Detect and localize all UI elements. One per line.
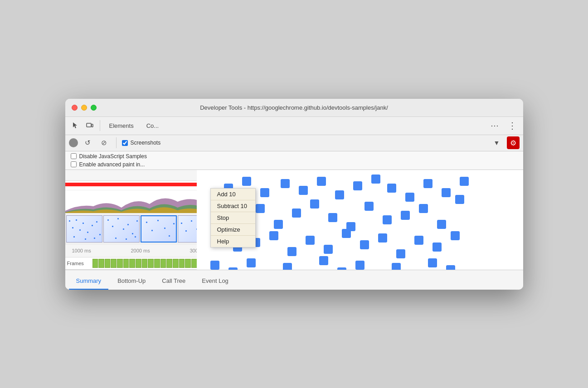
ruler-2000: 2000 ms — [131, 248, 150, 253]
blue-square-12 — [442, 188, 451, 197]
svg-rect-0 — [87, 123, 91, 127]
title-bar: Developer Tools - https://googlechrome.g… — [65, 99, 523, 117]
blue-square-54 — [428, 258, 437, 267]
minimize-button[interactable] — [81, 105, 87, 111]
blue-square-24 — [401, 211, 410, 220]
context-menu-help[interactable]: Help — [211, 236, 255, 247]
frame-cell[interactable] — [98, 259, 104, 268]
customize-devtools-button[interactable]: ⋮ — [505, 120, 520, 131]
options-panel: Disable JavaScript Samples Enable advanc… — [65, 151, 523, 170]
device-toggle-icon[interactable] — [83, 119, 96, 132]
blue-square-26 — [437, 220, 446, 229]
tab-bottom-up[interactable]: Bottom-Up — [110, 274, 153, 290]
dropdown-arrow[interactable]: ▼ — [491, 136, 503, 149]
browser-window: Developer Tools - https://googlechrome.g… — [65, 99, 523, 290]
blue-square-6 — [335, 190, 344, 199]
blue-square-4 — [299, 186, 308, 195]
blue-square-17 — [274, 220, 283, 229]
blue-square-35 — [342, 229, 351, 238]
blue-square-55 — [446, 265, 455, 270]
inspect-icon[interactable] — [69, 119, 82, 132]
blue-square-11 — [423, 179, 432, 188]
context-menu-stop[interactable]: Stop — [211, 212, 255, 224]
blue-square-36 — [360, 240, 369, 249]
blue-square-9 — [387, 184, 396, 193]
context-menu: Add 10 Subtract 10 Stop Optimize Help — [210, 188, 256, 247]
blue-square-42 — [210, 261, 219, 270]
advanced-paint-label[interactable]: Enable advanced paint in... — [71, 161, 518, 168]
frame-cell[interactable] — [179, 259, 185, 268]
gear-settings-button[interactable]: ⚙ — [507, 136, 520, 149]
blue-square-31 — [269, 231, 278, 240]
record-button[interactable] — [69, 138, 78, 147]
frame-cell[interactable] — [173, 259, 179, 268]
frame-cell[interactable] — [154, 259, 160, 268]
blue-square-33 — [306, 236, 315, 245]
blue-square-1 — [242, 177, 251, 186]
tab-call-tree[interactable]: Call Tree — [155, 274, 193, 290]
tab-summary[interactable]: Summary — [69, 274, 109, 290]
frame-cell[interactable] — [92, 259, 98, 268]
blue-square-32 — [287, 247, 296, 256]
frame-cell[interactable] — [136, 259, 141, 268]
blue-square-44 — [247, 258, 256, 267]
devtools-tabbar: Elements Co... ⋯ ⋮ — [65, 117, 523, 135]
blue-square-19 — [310, 199, 319, 209]
context-menu-optimize[interactable]: Optimize — [211, 224, 255, 236]
tab-event-log[interactable]: Event Log — [194, 274, 236, 290]
frame-cell[interactable] — [105, 259, 111, 268]
tab-console[interactable]: Co... — [141, 121, 164, 131]
blue-square-2 — [260, 188, 269, 197]
screenshot-thumb-1[interactable] — [66, 215, 102, 242]
frame-cell[interactable] — [160, 259, 166, 268]
frame-cell[interactable] — [129, 259, 135, 268]
blue-square-43 — [228, 267, 238, 270]
close-button[interactable] — [72, 105, 78, 111]
blue-square-10 — [405, 193, 414, 202]
blue-square-8 — [371, 175, 380, 184]
screenshots-checkbox-label[interactable]: Screenshots — [122, 140, 161, 146]
context-menu-add10[interactable]: Add 10 — [211, 189, 255, 200]
blue-square-50 — [355, 261, 364, 270]
screenshot-thumb-3[interactable] — [141, 215, 177, 242]
frame-cell[interactable] — [117, 259, 123, 268]
frame-cell[interactable] — [123, 259, 129, 268]
blue-square-7 — [353, 181, 362, 190]
perf-toolbar: ↺ ⊘ Screenshots ▼ ⚙ — [65, 135, 523, 151]
bottom-tab-bar: Summary Bottom-Up Call Tree Event Log — [65, 270, 523, 290]
blue-square-18 — [292, 209, 301, 218]
demo-app-overlay: Add 10 Subtract 10 Stop Optimize Help ↖ — [197, 170, 523, 270]
frame-cell[interactable] — [142, 259, 148, 268]
disable-js-checkbox[interactable] — [71, 153, 77, 159]
separator — [100, 120, 100, 131]
frame-cell[interactable] — [148, 259, 154, 268]
maximize-button[interactable] — [91, 105, 97, 111]
blue-square-3 — [281, 179, 290, 188]
blue-square-13 — [460, 177, 469, 186]
advanced-paint-checkbox[interactable] — [71, 161, 77, 167]
screenshot-thumb-2[interactable] — [103, 215, 140, 242]
separator — [116, 137, 117, 148]
blue-square-22 — [364, 202, 374, 211]
blue-square-37 — [378, 233, 387, 242]
frame-cell[interactable] — [185, 259, 191, 268]
screenshots-label: Screenshots — [131, 140, 161, 146]
blue-square-16 — [256, 204, 265, 213]
context-menu-subtract10[interactable]: Subtract 10 — [211, 200, 255, 212]
blue-square-52 — [392, 263, 401, 270]
blue-square-38 — [396, 249, 405, 258]
frame-cell[interactable] — [111, 259, 117, 268]
disable-js-label[interactable]: Disable JavaScript Samples — [71, 153, 518, 160]
svg-rect-1 — [92, 124, 93, 127]
tab-elements[interactable]: Elements — [104, 121, 139, 131]
ruler-1000: 1000 ms — [72, 248, 91, 253]
blue-square-49 — [337, 267, 346, 270]
frame-cell[interactable] — [166, 259, 172, 268]
frames-label: Frames — [67, 261, 84, 266]
reload-button[interactable]: ↺ — [82, 136, 94, 149]
timeline-area: 1000 ms 2000 ms 7000 n FPS — [65, 170, 523, 270]
blue-square-41 — [451, 231, 460, 240]
screenshots-checkbox[interactable] — [122, 140, 128, 146]
clear-button[interactable]: ⊘ — [98, 136, 111, 149]
more-tabs-button[interactable]: ⋯ — [488, 121, 501, 131]
